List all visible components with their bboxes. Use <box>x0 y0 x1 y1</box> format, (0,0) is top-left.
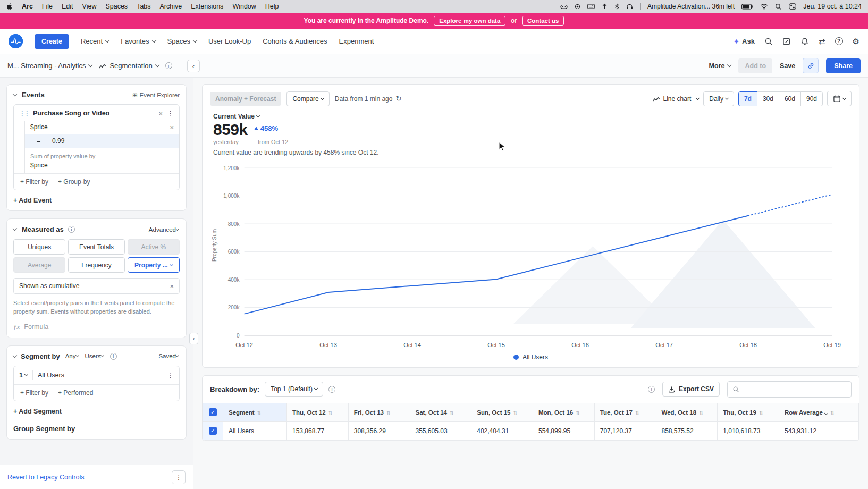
column-header-row-average[interactable]: Row Average⇅ <box>779 403 859 421</box>
search-icon[interactable] <box>764 37 773 46</box>
wifi-icon[interactable] <box>760 3 768 10</box>
battery-icon[interactable] <box>741 4 753 10</box>
game-controller-icon[interactable] <box>560 4 568 10</box>
add-event-button[interactable]: + Add Event <box>13 197 180 204</box>
explore-my-own-data-button[interactable]: Explore my own data <box>434 16 505 26</box>
saved-dropdown[interactable]: Saved <box>158 353 180 359</box>
measure-property-sum-button[interactable]: Property ... <box>128 257 180 273</box>
segment-cell[interactable]: All Users <box>223 421 287 440</box>
record-dot-icon[interactable] <box>575 4 580 10</box>
event-options-icon[interactable]: ⋮ <box>167 110 174 117</box>
column-header-oct12[interactable]: Thu, Oct 12⇅ <box>287 403 349 421</box>
spotlight-search-icon[interactable] <box>775 3 782 10</box>
nav-favorites[interactable]: Favorites <box>121 37 155 45</box>
keyboard-icon[interactable] <box>587 4 595 9</box>
filter-property-name[interactable]: $price <box>30 123 48 131</box>
formula-button[interactable]: ƒx Formula <box>13 323 180 331</box>
advanced-dropdown[interactable]: Advanced <box>149 226 180 233</box>
compare-button[interactable]: Compare <box>286 91 329 106</box>
notifications-bell-icon[interactable] <box>800 37 809 46</box>
calendar-button[interactable] <box>827 91 852 106</box>
menubar-menu-view[interactable]: View <box>82 3 97 10</box>
nav-cohorts-audiences[interactable]: Cohorts & Audiences <box>263 37 327 45</box>
compose-icon[interactable] <box>782 37 791 46</box>
copy-link-icon[interactable] <box>803 58 819 73</box>
event-name[interactable]: Purchase Song or Video <box>33 109 154 117</box>
info-icon[interactable]: i <box>165 62 172 69</box>
more-button[interactable]: More <box>709 62 731 70</box>
contact-us-button[interactable]: Contact us <box>522 16 564 26</box>
operator-select[interactable]: = <box>37 137 40 145</box>
menubar-menu-archive[interactable]: Archive <box>160 3 182 10</box>
sum-property-name[interactable]: $price <box>30 159 174 169</box>
drag-handle-icon[interactable]: ⋮⋮ <box>19 109 29 117</box>
range-60d-button[interactable]: 60d <box>779 91 801 106</box>
column-header-oct13[interactable]: Fri, Oct 13⇅ <box>348 403 410 421</box>
info-icon[interactable]: i <box>648 386 655 393</box>
sync-arrows-icon[interactable]: ⇄ <box>819 37 825 46</box>
apple-menu-icon[interactable] <box>6 3 13 10</box>
menubar-status-text[interactable]: Amplitude Activation... 36m left <box>647 3 735 10</box>
panel-collapse-handle[interactable]: ‹ <box>189 333 198 344</box>
menubar-menu-file[interactable]: File <box>42 3 53 10</box>
add-segment-button[interactable]: + Add Segment <box>13 408 180 415</box>
column-header-oct16[interactable]: Mon, Oct 16⇅ <box>533 403 595 421</box>
segment-index-dropdown[interactable]: 1 <box>19 372 28 379</box>
remove-cumulative-icon[interactable]: × <box>170 283 174 290</box>
nav-user-lookup[interactable]: User Look-Up <box>208 37 251 45</box>
menubar-menu-tabs[interactable]: Tabs <box>137 3 150 10</box>
nav-recent[interactable]: Recent <box>81 37 109 45</box>
event-explorer-button[interactable]: ⊞Event Explorer <box>132 91 180 99</box>
sidebar-footer-options-button[interactable]: ⋮ <box>172 470 186 484</box>
granularity-dropdown[interactable]: Daily <box>703 91 734 106</box>
bluetooth-icon[interactable] <box>614 3 619 10</box>
chart-type-selector[interactable]: Line chart <box>652 95 700 103</box>
measure-frequency-button[interactable]: Frequency <box>68 257 124 273</box>
users-dropdown[interactable]: Users <box>85 353 105 359</box>
filter-by-button[interactable]: + Filter by <box>20 178 48 186</box>
column-header-segment[interactable]: Segment⇅ <box>223 403 287 421</box>
property-value[interactable]: 0.99 <box>52 137 64 145</box>
headphones-icon[interactable] <box>626 3 633 10</box>
sidebar-collapse-button[interactable]: ‹ <box>187 60 200 72</box>
upload-arrow-icon[interactable] <box>602 3 608 10</box>
column-header-oct15[interactable]: Sun, Oct 15⇅ <box>471 403 533 421</box>
collapse-section-icon[interactable] <box>13 92 17 96</box>
revert-legacy-controls-link[interactable]: Revert to Legacy Controls <box>7 474 85 481</box>
chart-legend[interactable]: All Users <box>203 350 859 367</box>
column-header-oct17[interactable]: Tue, Oct 17⇅ <box>594 403 656 421</box>
column-header-oct14[interactable]: Sat, Oct 14⇅ <box>410 403 471 421</box>
segment-name[interactable]: All Users <box>38 372 162 379</box>
help-icon[interactable]: ? <box>835 37 843 45</box>
column-header-oct19[interactable]: Thu, Oct 19⇅ <box>718 403 779 421</box>
breakdown-search[interactable] <box>727 381 852 398</box>
create-button[interactable]: Create <box>35 34 69 49</box>
select-all-checkbox[interactable]: ✓ <box>209 408 217 416</box>
row-checkbox[interactable]: ✓ <box>209 427 217 435</box>
range-30d-button[interactable]: 30d <box>757 91 779 106</box>
remove-event-icon[interactable]: × <box>158 110 163 117</box>
menubar-menu-help[interactable]: Help <box>265 3 279 10</box>
info-icon[interactable]: i <box>68 226 75 233</box>
project-selector[interactable]: M... Streaming - Analytics <box>7 62 92 70</box>
save-button[interactable]: Save <box>780 62 795 70</box>
property-filter-condition[interactable]: = 0.99 <box>25 134 179 148</box>
metric-selector[interactable]: Current Value <box>213 113 848 120</box>
amplitude-logo[interactable] <box>9 34 23 48</box>
ask-ai-button[interactable]: ✦Ask <box>733 37 755 46</box>
menubar-app-name[interactable]: Arc <box>22 3 33 10</box>
export-csv-button[interactable]: Export CSV <box>662 382 720 397</box>
menubar-menu-window[interactable]: Window <box>232 3 256 10</box>
segment-performed-button[interactable]: + Performed <box>58 389 93 397</box>
analysis-type-selector[interactable]: Segmentation <box>98 62 158 70</box>
collapse-section-icon[interactable] <box>13 353 17 358</box>
info-icon[interactable]: i <box>110 353 117 360</box>
refresh-icon[interactable]: ↻ <box>395 95 401 103</box>
column-header-oct18[interactable]: Wed, Oct 18⇅ <box>656 403 718 421</box>
breakdown-search-input[interactable] <box>743 385 846 393</box>
group-by-button[interactable]: + Group-by <box>58 178 90 186</box>
settings-gear-icon[interactable]: ⚙ <box>853 37 859 46</box>
info-icon[interactable]: i <box>328 386 335 393</box>
share-button[interactable]: Share <box>826 58 861 73</box>
nav-experiment[interactable]: Experiment <box>339 37 374 45</box>
